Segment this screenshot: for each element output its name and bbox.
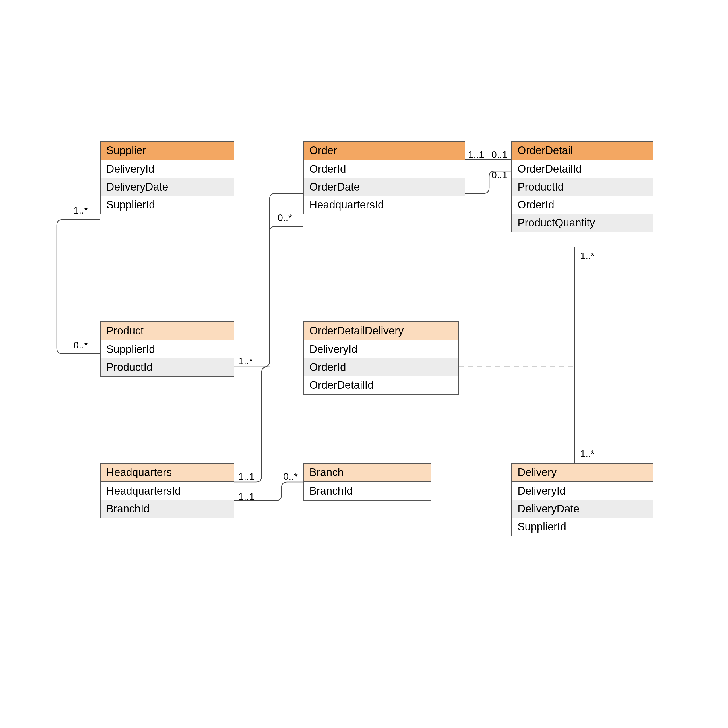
entity-branch-attr-0: BranchId [304,482,431,500]
entity-product-title: Product [101,322,234,340]
entity-branch-title: Branch [304,463,431,482]
entity-delivery-title: Delivery [512,463,653,482]
entity-orderdetail-attr-3: ProductQuantity [512,214,653,232]
entity-orderdetail-title: OrderDetail [512,142,653,160]
mult-supplier-bottom: 0..* [73,340,88,351]
mult-branch-left: 0..* [283,471,298,482]
entity-orderdetaildelivery: OrderDetailDelivery DeliveryId OrderId O… [303,321,459,395]
entity-headquarters-attr-1: BranchId [101,500,234,518]
entity-product: Product SupplierId ProductId [100,321,234,377]
mult-order-right: 1..1 [468,149,484,160]
mult-order-left: 0..* [278,212,292,223]
entity-delivery-attr-0: DeliveryId [512,482,653,500]
entity-orderdetail-attr-2: OrderId [512,196,653,214]
entity-order-title: Order [304,142,465,160]
mult-orderdetail-bottom: 1..* [580,250,595,262]
entity-supplier: Supplier DeliveryId DeliveryDate Supplie… [100,141,234,214]
entity-delivery-attr-2: SupplierId [512,518,653,536]
entity-orderdetail-attr-1: ProductId [512,178,653,196]
entity-orderdetaildelivery-title: OrderDetailDelivery [304,322,459,340]
entity-order-attr-2: HeadquartersId [304,196,465,214]
mult-delivery-top: 1..* [580,448,595,459]
entity-delivery-attr-1: DeliveryDate [512,500,653,518]
mult-orderdetail-left2: 0..1 [491,170,508,180]
entity-orderdetaildelivery-attr-2: OrderDetailId [304,376,459,394]
mult-hq-branch: 1..1 [238,491,254,502]
entity-supplier-title: Supplier [101,142,234,160]
mult-hq-order: 1..1 [238,471,254,482]
entity-orderdetaildelivery-attr-1: OrderId [304,358,459,376]
mult-supplier-top: 1..* [73,205,88,216]
entity-product-attr-0: SupplierId [101,340,234,358]
entity-headquarters: Headquarters HeadquartersId BranchId [100,463,234,518]
er-diagram-canvas: Supplier DeliveryId DeliveryDate Supplie… [0,0,728,728]
entity-branch: Branch BranchId [303,463,431,500]
entity-product-attr-1: ProductId [101,358,234,376]
entity-supplier-attr-2: SupplierId [101,196,234,214]
entity-supplier-attr-0: DeliveryId [101,160,234,178]
entity-supplier-attr-1: DeliveryDate [101,178,234,196]
entity-orderdetail: OrderDetail OrderDetailId ProductId Orde… [511,141,653,232]
entity-orderdetail-attr-0: OrderDetailId [512,160,653,178]
entity-orderdetaildelivery-attr-0: DeliveryId [304,340,459,358]
entity-order-attr-0: OrderId [304,160,465,178]
mult-product-right: 1..* [238,355,253,367]
entity-headquarters-title: Headquarters [101,463,234,482]
entity-delivery: Delivery DeliveryId DeliveryDate Supplie… [511,463,653,536]
mult-orderdetail-topleft: 0..1 [491,149,508,160]
entity-headquarters-attr-0: HeadquartersId [101,482,234,500]
entity-order: Order OrderId OrderDate HeadquartersId [303,141,465,214]
entity-order-attr-1: OrderDate [304,178,465,196]
